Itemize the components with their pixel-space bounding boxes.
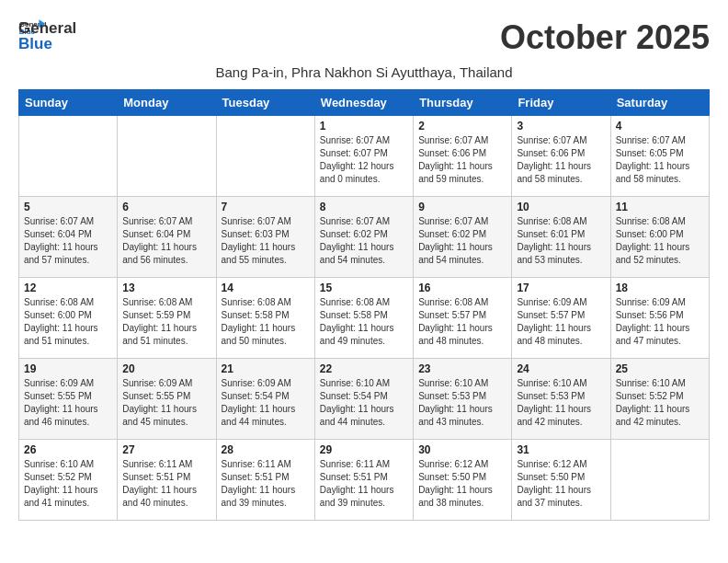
calendar-cell: 12Sunrise: 6:08 AM Sunset: 6:00 PM Dayli… [19,278,118,359]
day-number: 5 [24,201,112,213]
subtitle: Bang Pa-in, Phra Nakhon Si Ayutthaya, Th… [18,64,710,80]
day-number: 25 [616,362,704,375]
cell-content: Sunrise: 6:12 AM Sunset: 5:50 PM Dayligh… [418,458,506,510]
cell-content: Sunrise: 6:11 AM Sunset: 5:51 PM Dayligh… [222,458,310,510]
calendar-cell [118,116,216,197]
cell-content: Sunrise: 6:07 AM Sunset: 6:06 PM Dayligh… [418,134,506,186]
day-number: 17 [517,282,605,294]
cell-content: Sunrise: 6:10 AM Sunset: 5:52 PM Dayligh… [24,458,112,510]
cell-content: Sunrise: 6:09 AM Sunset: 5:56 PM Dayligh… [616,296,704,348]
calendar-cell: 21Sunrise: 6:09 AM Sunset: 5:54 PM Dayli… [216,359,314,440]
calendar-cell: 22Sunrise: 6:10 AM Sunset: 5:54 PM Dayli… [314,359,413,440]
weekday-header-wednesday: Wednesday [314,90,413,116]
day-number: 1 [320,120,408,132]
calendar-cell: 26Sunrise: 6:10 AM Sunset: 5:52 PM Dayli… [19,440,118,521]
calendar-cell: 24Sunrise: 6:10 AM Sunset: 5:53 PM Dayli… [512,359,610,440]
calendar-cell: 11Sunrise: 6:08 AM Sunset: 6:00 PM Dayli… [610,197,709,278]
day-number: 15 [320,282,408,294]
cell-content: Sunrise: 6:09 AM Sunset: 5:54 PM Dayligh… [222,377,310,429]
cell-content: Sunrise: 6:10 AM Sunset: 5:53 PM Dayligh… [418,377,506,429]
weekday-header-thursday: Thursday [414,90,512,116]
day-number: 10 [517,201,605,213]
cell-content: Sunrise: 6:10 AM Sunset: 5:52 PM Dayligh… [616,377,704,429]
calendar-cell: 29Sunrise: 6:11 AM Sunset: 5:51 PM Dayli… [314,440,413,521]
page-header: General Blue General Blue October 2025 [18,18,710,57]
cell-content: Sunrise: 6:07 AM Sunset: 6:07 PM Dayligh… [320,134,408,186]
day-number: 22 [320,362,408,375]
cell-content: Sunrise: 6:10 AM Sunset: 5:53 PM Dayligh… [517,377,605,429]
cell-content: Sunrise: 6:12 AM Sunset: 5:50 PM Dayligh… [517,458,605,510]
cell-content: Sunrise: 6:08 AM Sunset: 6:00 PM Dayligh… [24,296,112,348]
calendar-cell: 23Sunrise: 6:10 AM Sunset: 5:53 PM Dayli… [414,359,512,440]
calendar-cell [19,116,118,197]
calendar-cell: 7Sunrise: 6:07 AM Sunset: 6:03 PM Daylig… [216,197,314,278]
day-number: 20 [122,362,210,375]
cell-content: Sunrise: 6:07 AM Sunset: 6:06 PM Dayligh… [517,134,605,186]
day-number: 8 [320,201,408,213]
calendar-cell: 30Sunrise: 6:12 AM Sunset: 5:50 PM Dayli… [414,440,512,521]
day-number: 7 [222,201,310,213]
calendar-cell: 10Sunrise: 6:08 AM Sunset: 6:01 PM Dayli… [512,197,610,278]
cell-content: Sunrise: 6:07 AM Sunset: 6:02 PM Dayligh… [320,215,408,267]
calendar-cell: 16Sunrise: 6:08 AM Sunset: 5:57 PM Dayli… [414,278,512,359]
day-number: 19 [24,362,112,375]
cell-content: Sunrise: 6:08 AM Sunset: 5:59 PM Dayligh… [122,296,210,348]
logo-blue: Blue [18,36,76,53]
calendar-cell: 15Sunrise: 6:08 AM Sunset: 5:58 PM Dayli… [314,278,413,359]
calendar-cell: 18Sunrise: 6:09 AM Sunset: 5:56 PM Dayli… [610,278,709,359]
cell-content: Sunrise: 6:09 AM Sunset: 5:55 PM Dayligh… [122,377,210,429]
day-number: 3 [517,120,605,132]
calendar-cell: 2Sunrise: 6:07 AM Sunset: 6:06 PM Daylig… [414,116,512,197]
calendar-cell: 17Sunrise: 6:09 AM Sunset: 5:57 PM Dayli… [512,278,610,359]
day-number: 2 [418,120,506,132]
day-number: 23 [418,362,506,375]
day-number: 21 [222,362,310,375]
calendar-cell: 13Sunrise: 6:08 AM Sunset: 5:59 PM Dayli… [118,278,216,359]
cell-content: Sunrise: 6:08 AM Sunset: 5:58 PM Dayligh… [222,296,310,348]
calendar-cell: 8Sunrise: 6:07 AM Sunset: 6:02 PM Daylig… [314,197,413,278]
logo-area: General Blue General Blue [18,18,76,52]
calendar-cell: 1Sunrise: 6:07 AM Sunset: 6:07 PM Daylig… [314,116,413,197]
calendar-cell: 27Sunrise: 6:11 AM Sunset: 5:51 PM Dayli… [118,440,216,521]
calendar-cell [610,440,709,521]
cell-content: Sunrise: 6:11 AM Sunset: 5:51 PM Dayligh… [320,458,408,510]
calendar-cell: 20Sunrise: 6:09 AM Sunset: 5:55 PM Dayli… [118,359,216,440]
day-number: 26 [24,443,112,456]
day-number: 12 [24,282,112,294]
weekday-header-sunday: Sunday [19,90,118,116]
calendar-cell: 28Sunrise: 6:11 AM Sunset: 5:51 PM Dayli… [216,440,314,521]
weekday-header-tuesday: Tuesday [216,90,314,116]
day-number: 6 [122,201,210,213]
day-number: 29 [320,443,408,456]
cell-content: Sunrise: 6:08 AM Sunset: 6:00 PM Dayligh… [616,215,704,267]
weekday-header-saturday: Saturday [610,90,709,116]
weekday-header-monday: Monday [118,90,216,116]
day-number: 11 [616,201,704,213]
calendar-cell: 6Sunrise: 6:07 AM Sunset: 6:04 PM Daylig… [118,197,216,278]
calendar-cell: 3Sunrise: 6:07 AM Sunset: 6:06 PM Daylig… [512,116,610,197]
day-number: 24 [517,362,605,375]
cell-content: Sunrise: 6:08 AM Sunset: 5:58 PM Dayligh… [320,296,408,348]
month-title: October 2025 [500,18,710,57]
day-number: 28 [222,443,310,456]
day-number: 9 [418,201,506,213]
calendar-cell: 4Sunrise: 6:07 AM Sunset: 6:05 PM Daylig… [610,116,709,197]
cell-content: Sunrise: 6:07 AM Sunset: 6:05 PM Dayligh… [616,134,704,186]
calendar-cell: 19Sunrise: 6:09 AM Sunset: 5:55 PM Dayli… [19,359,118,440]
cell-content: Sunrise: 6:07 AM Sunset: 6:03 PM Dayligh… [222,215,310,267]
day-number: 14 [222,282,310,294]
calendar-cell: 5Sunrise: 6:07 AM Sunset: 6:04 PM Daylig… [19,197,118,278]
cell-content: Sunrise: 6:08 AM Sunset: 5:57 PM Dayligh… [418,296,506,348]
cell-content: Sunrise: 6:11 AM Sunset: 5:51 PM Dayligh… [122,458,210,510]
day-number: 27 [122,443,210,456]
calendar-cell: 9Sunrise: 6:07 AM Sunset: 6:02 PM Daylig… [414,197,512,278]
cell-content: Sunrise: 6:07 AM Sunset: 6:04 PM Dayligh… [24,215,112,267]
cell-content: Sunrise: 6:09 AM Sunset: 5:57 PM Dayligh… [517,296,605,348]
day-number: 16 [418,282,506,294]
day-number: 4 [616,120,704,132]
cell-content: Sunrise: 6:08 AM Sunset: 6:01 PM Dayligh… [517,215,605,267]
day-number: 18 [616,282,704,294]
cell-content: Sunrise: 6:07 AM Sunset: 6:04 PM Dayligh… [122,215,210,267]
cell-content: Sunrise: 6:09 AM Sunset: 5:55 PM Dayligh… [24,377,112,429]
calendar-cell [216,116,314,197]
